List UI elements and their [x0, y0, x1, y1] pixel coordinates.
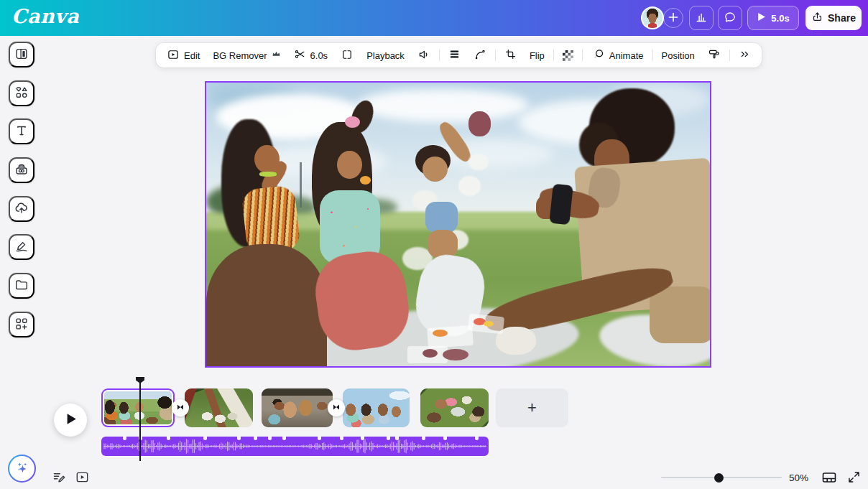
- timeline-clip-legs-on-grass[interactable]: [185, 388, 253, 427]
- toolbar-divider: [729, 50, 730, 61]
- shapes-icon: [14, 85, 29, 103]
- duration-pages-button[interactable]: [74, 470, 90, 486]
- playhead-line: [139, 379, 141, 461]
- flip-label: Flip: [530, 50, 545, 61]
- volume-button[interactable]: [411, 43, 437, 67]
- bar-chart-icon: [694, 10, 708, 27]
- timeline-clip-friends-under-sky[interactable]: [343, 388, 410, 427]
- speaker-icon: [417, 48, 430, 63]
- fullscreen-button[interactable]: [845, 470, 862, 487]
- more-tools-button[interactable]: [732, 43, 757, 67]
- ai-assistant-button[interactable]: [8, 455, 36, 483]
- transition-button-2[interactable]: [328, 399, 345, 416]
- animate-icon: [591, 47, 605, 63]
- grid-view-button[interactable]: [820, 469, 839, 488]
- video-canvas[interactable]: [205, 81, 711, 368]
- toolbar-divider: [582, 50, 583, 61]
- brand-icon: [14, 162, 29, 180]
- canvas-photo: [206, 83, 710, 366]
- zoom-level-label: 50%: [789, 472, 808, 483]
- audio-waveform[interactable]: [101, 437, 489, 456]
- apps-icon: [14, 316, 29, 334]
- toolbar-divider: [495, 50, 496, 61]
- transparency-icon: [563, 50, 573, 61]
- canva-video-editor: Canva 5.0s Share: [0, 0, 868, 489]
- paint-roller-icon: [708, 48, 721, 63]
- sidebar-item-projects[interactable]: [9, 273, 34, 299]
- sidebar-item-design[interactable]: [9, 42, 34, 67]
- timeline-clip-picnic-overhead[interactable]: [420, 388, 489, 427]
- comments-button[interactable]: [718, 6, 742, 30]
- share-label: Share: [828, 12, 856, 24]
- trim-button[interactable]: 6.0s: [287, 43, 335, 67]
- sidebar-item-text[interactable]: [9, 118, 34, 144]
- preview-play-button[interactable]: 5.0s: [747, 6, 799, 30]
- folder-icon: [14, 277, 29, 295]
- insights-button[interactable]: [689, 6, 714, 30]
- notes-button[interactable]: [51, 470, 67, 486]
- video-badge-icon: [167, 48, 180, 63]
- play-icon: [65, 413, 77, 427]
- plus-icon: +: [527, 399, 537, 416]
- add-clip-button[interactable]: +: [496, 388, 568, 427]
- toolbar-divider: [652, 50, 653, 61]
- double-chevron-right-icon: [739, 48, 751, 62]
- position-label: Position: [662, 50, 695, 61]
- animate-button[interactable]: Animate: [585, 43, 650, 67]
- flip-button[interactable]: Flip: [523, 43, 551, 67]
- playback-label: Playback: [366, 50, 405, 61]
- transition-button-1[interactable]: [172, 399, 189, 416]
- top-bar: Canva 5.0s Share: [0, 0, 868, 36]
- timeline-play-button[interactable]: [54, 404, 87, 437]
- motion-curve-button[interactable]: [467, 43, 493, 67]
- comment-icon: [723, 10, 737, 27]
- add-member-button[interactable]: [663, 8, 683, 28]
- plus-icon: [668, 11, 679, 25]
- mirror-pages-icon: [341, 48, 354, 63]
- sidebar-item-brand[interactable]: [9, 157, 34, 183]
- text-icon: [14, 123, 29, 141]
- thick-lines-icon: [448, 48, 461, 62]
- sidebar-item-apps[interactable]: [9, 312, 34, 337]
- draw-icon: [14, 238, 29, 256]
- mirror-button[interactable]: [334, 43, 360, 67]
- adjust-button[interactable]: [442, 43, 467, 67]
- sidebar-item-draw[interactable]: [9, 234, 34, 260]
- share-button[interactable]: Share: [805, 6, 862, 30]
- expand-icon: [846, 470, 862, 487]
- position-button[interactable]: Position: [655, 43, 701, 67]
- transition-bowtie-icon: [332, 403, 341, 414]
- preview-duration-label: 5.0s: [771, 13, 789, 24]
- upload-cloud-icon: [14, 200, 29, 218]
- trim-duration-label: 6.0s: [310, 50, 328, 61]
- export-icon: [811, 11, 823, 25]
- video-player-icon: [75, 470, 90, 487]
- sparkle-icon: [14, 460, 30, 478]
- bg-remover-button[interactable]: BG Remover: [206, 43, 287, 67]
- sidebar-item-elements[interactable]: [9, 80, 34, 106]
- scissors-icon: [294, 48, 306, 62]
- edit-button[interactable]: Edit: [160, 43, 206, 67]
- canva-logo[interactable]: Canva: [11, 5, 79, 27]
- crop-icon: [504, 48, 517, 62]
- copy-style-button[interactable]: [701, 43, 727, 67]
- playback-button[interactable]: Playback: [360, 43, 411, 67]
- bg-remover-label: BG Remover: [213, 50, 267, 61]
- pro-crown-icon: [272, 50, 281, 61]
- playhead[interactable]: [135, 374, 145, 461]
- transition-bowtie-icon: [176, 403, 185, 414]
- design-icon: [14, 46, 29, 64]
- animate-label: Animate: [609, 50, 644, 61]
- pages-grid-icon: [821, 469, 838, 488]
- curve-icon: [474, 48, 486, 63]
- notes-icon: [52, 470, 67, 487]
- crop-button[interactable]: [498, 43, 523, 67]
- timeline-clip-hands-in-car[interactable]: [262, 388, 333, 427]
- zoom-slider-knob[interactable]: [714, 473, 724, 483]
- toolbar-divider: [553, 50, 554, 61]
- transparency-button[interactable]: [556, 43, 580, 67]
- avatar[interactable]: [641, 6, 664, 29]
- play-icon: [757, 12, 766, 24]
- sidebar-item-uploads[interactable]: [9, 196, 34, 222]
- toolbar-divider: [439, 50, 440, 61]
